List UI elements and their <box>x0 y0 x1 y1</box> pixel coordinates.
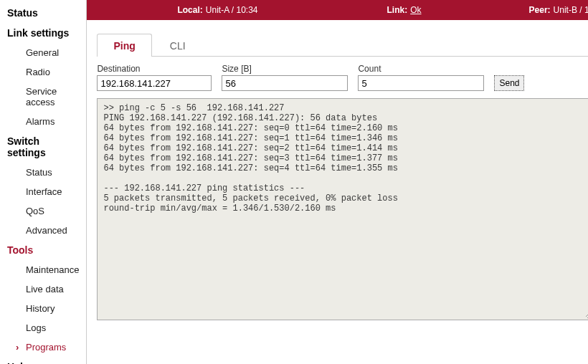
tab-ping[interactable]: Ping <box>97 34 151 57</box>
nav-service-access[interactable]: Service access <box>0 82 86 112</box>
nav-status[interactable]: Status <box>0 3 86 23</box>
topbar-link: Link: Ok <box>387 5 422 15</box>
nav-switch-settings[interactable]: Switch settings <box>0 131 86 163</box>
console-output: >> ping -c 5 -s 56 192.168.141.227 PING … <box>97 98 588 320</box>
size-label: Size [B] <box>222 64 348 74</box>
topbar-peer-label: Peer: <box>529 5 551 15</box>
nav-switch-status[interactable]: Status <box>0 163 86 182</box>
nav-tools[interactable]: Tools <box>0 240 86 260</box>
ping-form: Destination Size [B] Count Send <box>97 64 588 91</box>
count-label: Count <box>358 64 484 74</box>
sidebar: Status Link settings General Radio Servi… <box>0 0 87 364</box>
nav-logs[interactable]: Logs <box>0 318 86 337</box>
nav-history[interactable]: History <box>0 299 86 318</box>
topbar-local: Local: Unit-A / 10:34 <box>177 5 257 15</box>
size-input[interactable] <box>222 75 348 91</box>
nav-interface[interactable]: Interface <box>0 182 86 201</box>
topbar-peer: Peer: Unit-B / 10 <box>529 5 588 15</box>
send-button[interactable]: Send <box>494 75 524 91</box>
nav-maintenance[interactable]: Maintenance <box>0 260 86 279</box>
tabs: Ping CLI <box>97 33 588 57</box>
count-input[interactable] <box>358 75 484 91</box>
destination-label: Destination <box>97 64 212 74</box>
nav-programs[interactable]: Programs <box>0 337 86 357</box>
nav-general[interactable]: General <box>0 43 86 62</box>
topbar-local-label: Local: <box>177 5 202 15</box>
topbar-link-value[interactable]: Ok <box>410 5 421 15</box>
console-text: >> ping -c 5 -s 56 192.168.141.227 PING … <box>103 103 397 214</box>
destination-input[interactable] <box>97 75 212 91</box>
topbar-peer-value: Unit-B / 10 <box>554 5 588 15</box>
topbar-link-label: Link: <box>387 5 408 15</box>
nav-link-settings[interactable]: Link settings <box>0 23 86 43</box>
nav-radio[interactable]: Radio <box>0 62 86 82</box>
nav-qos[interactable]: QoS <box>0 201 86 221</box>
nav-advanced[interactable]: Advanced <box>0 221 86 240</box>
topbar: Local: Unit-A / 10:34 Link: Ok Peer: Uni… <box>87 0 588 20</box>
nav-help[interactable]: Help <box>0 357 86 364</box>
nav-live-data[interactable]: Live data <box>0 279 86 299</box>
tab-cli[interactable]: CLI <box>153 34 202 57</box>
topbar-local-value: Unit-A / 10:34 <box>206 5 258 15</box>
nav-alarms[interactable]: Alarms <box>0 112 86 131</box>
